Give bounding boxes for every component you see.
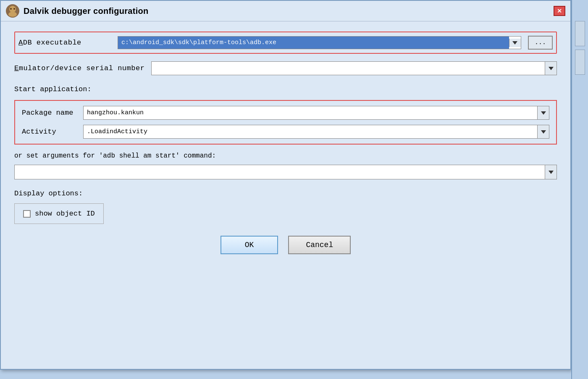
- emulator-label: Emulator/device serial number: [14, 64, 144, 72]
- activity-label: Activity: [22, 128, 76, 136]
- start-application-label: Start application:: [14, 85, 557, 93]
- browse-button[interactable]: ...: [528, 36, 553, 50]
- or-set-args-text: or set arguments for 'adb shell am start…: [14, 152, 557, 160]
- adb-label: ADB executable: [18, 39, 111, 47]
- svg-point-3: [13, 8, 15, 10]
- emulator-dropdown-btn[interactable]: [545, 62, 556, 75]
- package-name-input[interactable]: [84, 106, 537, 119]
- display-options-label: Display options:: [14, 190, 557, 197]
- package-name-combo[interactable]: [83, 106, 549, 120]
- adb-input[interactable]: [118, 37, 509, 49]
- package-name-row: Package name: [22, 106, 549, 120]
- adb-combo[interactable]: [118, 36, 521, 49]
- app-icon: [6, 4, 19, 18]
- dropdown-arrow-icon: [541, 130, 546, 134]
- right-strip: [571, 0, 588, 379]
- strip-item: [575, 21, 585, 46]
- activity-input[interactable]: [84, 125, 537, 138]
- show-object-id-label: show object ID: [35, 210, 95, 218]
- button-row: OK Cancel: [14, 236, 557, 254]
- dropdown-arrow-icon: [549, 171, 554, 174]
- show-object-id-checkbox[interactable]: [23, 210, 31, 218]
- show-object-id-group: show object ID: [14, 203, 104, 224]
- strip-item: [575, 50, 585, 75]
- args-input[interactable]: [15, 165, 545, 179]
- adb-highlight-box: ADB executable ...: [14, 32, 557, 54]
- package-dropdown-btn[interactable]: [537, 106, 549, 119]
- args-combo[interactable]: [14, 165, 557, 179]
- dropdown-arrow-icon: [541, 111, 546, 115]
- dialog-title: Dalvik debugger configuration: [24, 6, 149, 16]
- activity-row: Activity: [22, 125, 549, 139]
- cancel-button[interactable]: Cancel: [288, 236, 351, 254]
- dropdown-arrow-icon: [549, 67, 554, 70]
- args-dropdown-btn[interactable]: [545, 165, 556, 179]
- emulator-input[interactable]: [152, 62, 545, 75]
- dropdown-arrow-icon: [512, 41, 517, 45]
- activity-dropdown-btn[interactable]: [537, 125, 549, 138]
- start-application-box: Package name Activity: [14, 100, 557, 145]
- emulator-combo[interactable]: [151, 61, 557, 75]
- emulator-row: Emulator/device serial number: [14, 61, 557, 75]
- ok-button[interactable]: OK: [220, 236, 278, 254]
- svg-point-2: [10, 8, 12, 10]
- dialog-content: ADB executable ... Emulator/device seria…: [1, 21, 570, 263]
- svg-point-1: [8, 12, 17, 17]
- title-bar: Dalvik debugger configuration ✕: [1, 1, 570, 21]
- adb-dropdown-btn[interactable]: [509, 39, 521, 47]
- close-button[interactable]: ✕: [554, 6, 565, 16]
- package-name-label: Package name: [22, 109, 76, 117]
- activity-combo[interactable]: [83, 125, 549, 139]
